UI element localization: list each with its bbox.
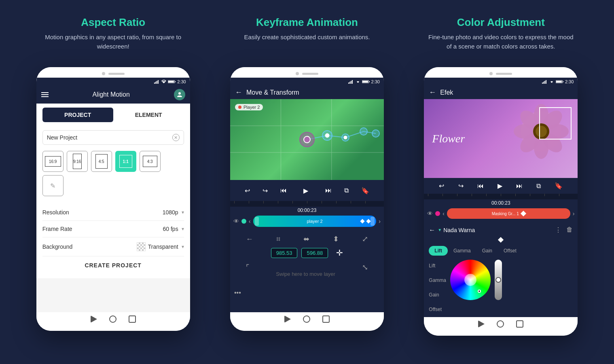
- tab-element[interactable]: ELEMENT: [113, 108, 184, 122]
- skip-end-icon[interactable]: ⏭: [325, 187, 332, 194]
- track-arrow-left-3[interactable]: ‹: [443, 210, 445, 217]
- tab-project[interactable]: PROJECT: [42, 108, 113, 122]
- tick-c: [443, 194, 457, 196]
- clip-handle-right[interactable]: [371, 217, 375, 226]
- expand-vert-icon[interactable]: ⬍: [333, 235, 339, 243]
- lift-tabs: Lift Gamma Gain Offset: [429, 243, 573, 258]
- hamburger-icon[interactable]: [41, 92, 49, 97]
- aspect-ratio-title: Aspect Ratio: [81, 16, 145, 29]
- svg-rect-1: [155, 82, 156, 84]
- bookmark-icon[interactable]: 🔖: [361, 187, 369, 195]
- create-project-button[interactable]: CREATE PROJECT: [42, 256, 184, 274]
- phone2-time: 2:30: [371, 79, 380, 84]
- svg-point-22: [325, 133, 329, 138]
- phone1-speaker: [108, 73, 125, 75]
- home-btn[interactable]: [109, 315, 116, 323]
- more-icon[interactable]: ⋮: [555, 226, 561, 234]
- move-icon[interactable]: ✛: [336, 248, 343, 258]
- clip-handle-left[interactable]: [255, 217, 259, 226]
- ratio-9-16-btn[interactable]: 9:16: [67, 151, 88, 172]
- color-ruler-ticks: [424, 194, 578, 196]
- recents-btn-3[interactable]: [516, 320, 523, 328]
- masking-clip[interactable]: Masking Gr... 1: [447, 208, 570, 219]
- bookmark-icon-3[interactable]: 🔖: [555, 182, 563, 190]
- effect-back-btn[interactable]: ←: [429, 226, 435, 234]
- track-clip[interactable]: player 2: [253, 216, 377, 227]
- back-btn-3[interactable]: [478, 320, 485, 328]
- skip-end-icon-3[interactable]: ⏭: [516, 182, 523, 190]
- svg-point-7: [178, 92, 181, 95]
- app-title: Alight Motion: [49, 91, 174, 98]
- signal-icon: [154, 80, 160, 84]
- resolution-value: 1080p: [163, 209, 178, 216]
- back-arrow-3[interactable]: ←: [429, 88, 436, 97]
- dots-icon[interactable]: •••: [234, 289, 241, 296]
- svg-rect-3: [158, 80, 159, 84]
- color-wheel[interactable]: [450, 260, 491, 300]
- resolution-chevron[interactable]: ▾: [182, 210, 184, 215]
- undo-icon[interactable]: ↩: [245, 187, 250, 195]
- track-color-dot-3: [435, 211, 440, 216]
- phone1-camera: [102, 72, 105, 75]
- tick: [365, 201, 380, 203]
- gain-tab[interactable]: Gain: [476, 246, 498, 256]
- play-icon-3[interactable]: ▶: [498, 182, 502, 190]
- gamma-tab[interactable]: Gamma: [448, 246, 476, 256]
- back-btn-2[interactable]: [284, 315, 291, 323]
- slider-handle[interactable]: [495, 277, 501, 283]
- timeline-ruler: [230, 201, 384, 207]
- eye-icon[interactable]: 👁: [233, 218, 239, 224]
- redo-icon-3[interactable]: ↪: [458, 182, 464, 190]
- project-name-input[interactable]: New Project ✕: [42, 130, 184, 145]
- ratio-16-9-btn[interactable]: 16:9: [42, 151, 64, 172]
- phone-color-adj: 2:30 ← Efek Flower: [424, 67, 578, 336]
- undo-icon-3[interactable]: ↩: [439, 182, 444, 190]
- color-adj-panel: ← ▼ Nada Warna ⋮ 🗑 Lift Gamma Gain: [424, 220, 578, 317]
- expand-icon[interactable]: ⤡: [362, 263, 368, 285]
- crop-icon[interactable]: ⌗: [276, 235, 280, 243]
- ratio-4-3-btn[interactable]: 4:3: [140, 151, 161, 172]
- recents-btn[interactable]: [129, 315, 136, 323]
- delete-icon[interactable]: 🗑: [566, 226, 573, 234]
- skip-start-icon-3[interactable]: ⏮: [477, 182, 484, 190]
- offset-tab[interactable]: Offset: [498, 246, 522, 256]
- transform-extra-icons: •••: [234, 288, 380, 298]
- track-arrow-left[interactable]: ‹: [249, 218, 251, 224]
- scale-icon[interactable]: ⤢: [362, 235, 368, 243]
- background-chevron[interactable]: ▾: [182, 244, 184, 250]
- lift-tab[interactable]: Lift: [429, 246, 448, 256]
- back-arrow-2[interactable]: ←: [235, 88, 242, 97]
- track-color-dot: [241, 219, 246, 224]
- back-btn[interactable]: [91, 315, 97, 323]
- diamond-1: [360, 219, 365, 223]
- tick: [278, 201, 292, 203]
- framerate-chevron[interactable]: ▾: [182, 226, 184, 232]
- copy-icon-3[interactable]: ⧉: [536, 182, 541, 190]
- feature-keyframe: Keyframe Animation Easily create sophist…: [210, 16, 404, 51]
- ratio-edit-btn[interactable]: ✎: [42, 175, 64, 196]
- home-btn-3[interactable]: [497, 320, 504, 328]
- ratio-1-1-btn[interactable]: 1:1: [115, 151, 136, 172]
- svg-rect-33: [563, 81, 563, 82]
- clear-icon[interactable]: ✕: [172, 134, 180, 141]
- corner-icon[interactable]: ⌜: [246, 263, 249, 285]
- adj-labels-col: Lift Gamma Gain Offset: [429, 260, 446, 312]
- play-icon[interactable]: ▶: [299, 184, 312, 197]
- eye-icon-3[interactable]: 👁: [427, 210, 433, 217]
- copy-icon[interactable]: ⧉: [344, 187, 349, 194]
- home-btn-2[interactable]: [303, 315, 310, 323]
- svg-rect-30: [546, 80, 546, 84]
- phone2-header: ← Move & Transform: [230, 86, 384, 99]
- phones-row: 2:30 Alight Motion PROJECT ELEMENT: [0, 59, 614, 348]
- keyframe-desc: Easily create sophisticated custom anima…: [244, 33, 370, 42]
- color-slider[interactable]: [495, 260, 502, 300]
- track-arrow-right[interactable]: ›: [379, 218, 381, 224]
- track-arrow-right-3[interactable]: ›: [573, 210, 575, 217]
- expand-horiz-icon[interactable]: ⬌: [303, 235, 309, 243]
- back-icon-transform[interactable]: ←: [246, 235, 253, 243]
- recents-btn-2[interactable]: [322, 315, 330, 323]
- skip-start-icon[interactable]: ⏮: [280, 187, 287, 194]
- resolution-label: Resolution: [42, 209, 163, 216]
- redo-icon[interactable]: ↪: [263, 187, 268, 195]
- ratio-4-5-btn[interactable]: 4:5: [91, 151, 112, 172]
